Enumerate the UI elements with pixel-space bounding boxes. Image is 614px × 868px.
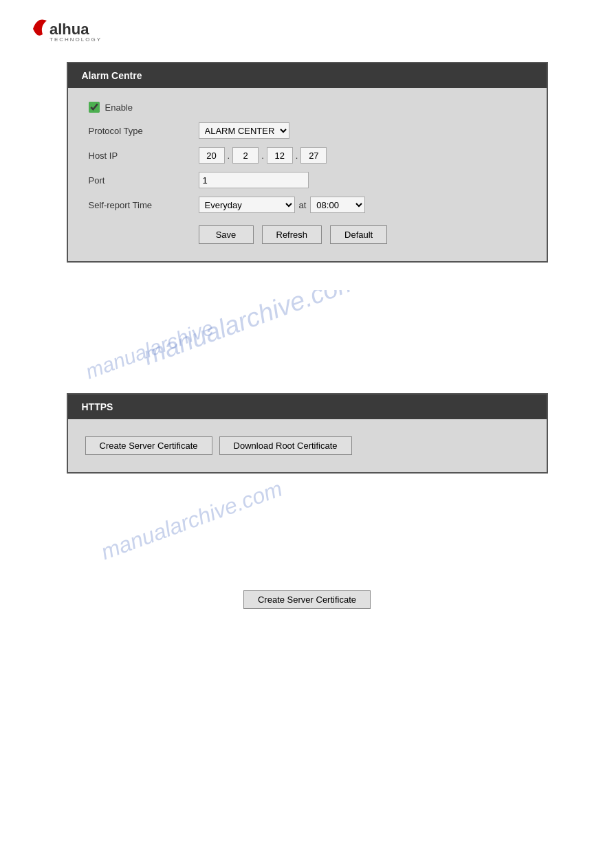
- alarm-centre-panel: Alarm Centre Enable Protocol Type ALARM …: [67, 62, 548, 263]
- port-input[interactable]: [199, 172, 309, 188]
- watermark-area-1: manualarchive.com manualarchive: [14, 290, 600, 393]
- dahua-logo-svg: alhua TECHNOLOGY: [28, 14, 110, 45]
- enable-label: Enable: [105, 102, 133, 113]
- self-report-control: Everyday Monday Tuesday Wednesday Thursd…: [199, 197, 526, 213]
- enable-checkbox[interactable]: [89, 102, 100, 113]
- alarm-centre-header: Alarm Centre: [68, 63, 547, 88]
- ip-dot-1: .: [228, 151, 230, 161]
- create-server-cert-button[interactable]: Create Server Certificate: [85, 436, 212, 455]
- host-ip-label: Host IP: [89, 151, 199, 161]
- watermark-area-2: manualarchive.com: [14, 501, 600, 570]
- at-label: at: [299, 200, 307, 210]
- ip-octet-1[interactable]: [199, 147, 225, 164]
- ip-octet-4[interactable]: [300, 147, 327, 164]
- alarm-centre-body: Enable Protocol Type ALARM CENTER SIA CI…: [68, 88, 547, 261]
- https-header: HTTPS: [68, 394, 547, 419]
- alarm-centre-title: Alarm Centre: [82, 70, 142, 81]
- port-row: Port: [89, 172, 526, 188]
- logo-area: alhua TECHNOLOGY: [14, 14, 600, 45]
- ip-octet-2[interactable]: [232, 147, 259, 164]
- host-ip-row: Host IP . . .: [89, 147, 526, 164]
- ip-octet-3[interactable]: [267, 147, 293, 164]
- self-report-label: Self-report Time: [89, 200, 199, 210]
- https-button-row: Create Server Certificate Download Root …: [85, 436, 529, 455]
- bottom-create-server-cert-button[interactable]: Create Server Certificate: [243, 590, 371, 609]
- watermark-text-3: manualarchive.com: [98, 476, 285, 566]
- svg-text:TECHNOLOGY: TECHNOLOGY: [50, 36, 102, 43]
- https-panel: HTTPS Create Server Certificate Download…: [67, 393, 548, 474]
- protocol-type-label: Protocol Type: [89, 126, 199, 136]
- protocol-type-control: ALARM CENTER SIA CID: [199, 122, 526, 139]
- ip-container: . . .: [199, 147, 526, 164]
- protocol-type-select[interactable]: ALARM CENTER SIA CID: [199, 122, 289, 139]
- watermark-text-1: manualarchive.com: [140, 290, 362, 371]
- ip-dot-3: .: [296, 151, 298, 161]
- self-report-schedule-select[interactable]: Everyday Monday Tuesday Wednesday Thursd…: [199, 197, 295, 213]
- download-root-cert-button[interactable]: Download Root Certificate: [219, 436, 352, 455]
- protocol-type-row: Protocol Type ALARM CENTER SIA CID: [89, 122, 526, 139]
- enable-row: Enable: [89, 102, 526, 113]
- default-button[interactable]: Default: [330, 225, 387, 244]
- host-ip-control: . . .: [199, 147, 526, 164]
- self-report-container: Everyday Monday Tuesday Wednesday Thursd…: [199, 197, 526, 213]
- https-title: HTTPS: [82, 401, 113, 412]
- port-label: Port: [89, 175, 199, 186]
- ip-dot-2: .: [261, 151, 264, 161]
- svg-text:alhua: alhua: [50, 21, 89, 38]
- self-report-row: Self-report Time Everyday Monday Tuesday…: [89, 197, 526, 213]
- self-report-time-select[interactable]: 08:00 09:00 10:00 12:00 18:00: [310, 197, 365, 213]
- button-row: Save Refresh Default: [199, 225, 526, 244]
- bottom-area: Create Server Certificate: [14, 590, 600, 609]
- watermark-text-2: manualarchive: [83, 316, 217, 384]
- save-button[interactable]: Save: [199, 225, 254, 244]
- https-body: Create Server Certificate Download Root …: [68, 419, 547, 472]
- refresh-button[interactable]: Refresh: [262, 225, 322, 244]
- port-control: [199, 172, 526, 188]
